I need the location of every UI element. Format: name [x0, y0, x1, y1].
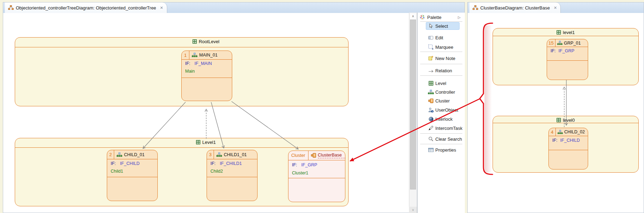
relation-arrow-icon — [428, 68, 434, 74]
container-level1-right[interactable]: level1 15 GRP_01 IF:IF_GRP — [493, 28, 639, 85]
palette-separator — [420, 52, 462, 52]
user-object-icon — [428, 107, 434, 113]
palette-separator — [420, 75, 462, 76]
close-icon[interactable]: ✕ — [160, 6, 163, 10]
scroll-up-icon[interactable]: ∧ — [410, 13, 416, 19]
node-divider — [288, 178, 345, 178]
workbench: Objectoriented_controllerTreeDiagram: Ob… — [0, 0, 644, 213]
palette-item-interlock[interactable]: Interlock — [417, 115, 465, 123]
palette-separator — [420, 64, 462, 64]
node-badge: 15 — [547, 39, 555, 47]
palette-item-cluster[interactable]: Cluster — [417, 97, 465, 105]
palette-item-intercomtask[interactable]: IntercomTask — [417, 124, 465, 132]
controller-tree-icon — [192, 53, 197, 58]
node-main-01[interactable]: 1 MAIN_01 IF:IF_MAIN Main — [181, 51, 232, 101]
vscroll-thumb[interactable] — [410, 20, 416, 189]
palette-item-clear-search[interactable]: Clear Search — [417, 135, 465, 143]
cluster-type-label: Cluster — [288, 151, 308, 160]
palette-header[interactable]: Palette — [419, 13, 441, 21]
container-level0-right[interactable]: level0 4 CHILD_02 IF:IF_CHILD — [493, 116, 639, 173]
controller-tree-icon — [117, 152, 122, 157]
cluster-icon — [311, 153, 316, 158]
palette-item-new-note[interactable]: New Note — [417, 54, 465, 62]
node-if-row: IF:IF_GRP — [551, 48, 574, 53]
tab-title: Objectoriented_controllerTreeDiagram: Ob… — [16, 5, 156, 11]
interlock-icon — [428, 116, 434, 122]
clear-search-icon — [428, 136, 434, 142]
new-note-icon — [428, 55, 434, 61]
container-header-divider — [493, 123, 638, 123]
close-icon[interactable]: ✕ — [554, 6, 557, 10]
node-divider — [107, 177, 157, 177]
node-title: MAIN_01 — [199, 53, 217, 58]
cluster-icon — [428, 98, 434, 104]
tab-controllertree-diagram[interactable]: Objectoriented_controllerTreeDiagram: Ob… — [5, 2, 167, 13]
level-grid-icon — [557, 30, 561, 35]
properties-table-icon — [428, 147, 434, 153]
tab-clusterbase-diagram[interactable]: ClusterBaseDiagram: ClusterBase ✕ — [469, 2, 561, 13]
node-instance: Child2 — [210, 169, 223, 174]
container-header-divider — [15, 147, 348, 148]
left-canvas-vscrollbar[interactable]: ∧ — [409, 13, 417, 213]
intercom-task-icon — [428, 125, 434, 131]
node-if-row: IF:IF_MAIN — [185, 61, 212, 66]
node-child1-01[interactable]: 3 CHILD1_01 IF:IF_CHILD1 Child2 — [207, 150, 258, 201]
scroll-down-icon[interactable]: ∨ — [409, 207, 417, 213]
container-label: level0 — [557, 118, 575, 123]
node-instance: Child1 — [111, 169, 123, 174]
palette-expander-icon[interactable]: ▷ — [458, 15, 461, 19]
tab-title: ClusterBaseDiagram: ClusterBase — [480, 5, 550, 11]
left-tabbar: Objectoriented_controllerTreeDiagram: Ob… — [3, 2, 464, 13]
marquee-icon — [428, 44, 434, 50]
controller-tree-icon — [216, 152, 222, 157]
edit-box-icon — [428, 35, 434, 41]
palette-item-select[interactable]: Select — [417, 22, 465, 30]
controller-tree-icon — [428, 89, 434, 95]
palette-item-userobject[interactable]: UserObject — [417, 106, 465, 114]
node-divider — [207, 177, 257, 177]
node-if-row: IF:IF_GRP — [292, 162, 317, 167]
container-rootlevel[interactable]: RootLevel 1 MAIN_01 IF:IF_MAIN Main — [15, 37, 349, 106]
node-badge: 3 — [207, 150, 214, 159]
container-label: RootLevel — [193, 39, 220, 44]
container-header-divider — [493, 36, 638, 36]
level-grid-icon — [557, 118, 561, 122]
right-tabbar: ClusterBaseDiagram: ClusterBase ✕ — [468, 2, 644, 13]
container-label: level1 — [557, 30, 575, 35]
container-label: Level1 — [196, 140, 216, 145]
node-badge: 1 — [182, 51, 189, 59]
node-divider — [182, 78, 232, 78]
controller-tree-icon — [557, 41, 562, 45]
node-title: CHILD1_01 — [224, 152, 247, 157]
node-title: GRP_01 — [564, 41, 581, 46]
node-divider — [547, 60, 588, 61]
palette-separator — [420, 21, 462, 22]
palette-item-properties[interactable]: Properties — [417, 146, 465, 154]
node-divider — [549, 150, 588, 150]
palette-item-edit[interactable]: Edit — [417, 34, 465, 41]
node-instance: Main — [185, 69, 195, 74]
node-if-row: IF:IF_CHILD1 — [210, 161, 242, 166]
node-badge: 4 — [549, 128, 556, 136]
node-instance: Cluster1 — [292, 171, 308, 175]
node-if-row: IF:IF_CHILD — [111, 161, 139, 166]
node-child-02[interactable]: 4 CHILD_02 IF:IF_CHILD — [548, 128, 588, 169]
container-level1[interactable]: Level1 2 CHILD_01 IF:IF_CHILD Child1 3 — [15, 138, 349, 206]
level-grid-icon — [428, 80, 434, 86]
node-title[interactable]: ClusterBase — [318, 153, 345, 158]
palette-item-level[interactable]: Level — [417, 79, 465, 87]
node-if-row: IF:IF_CHILD — [552, 138, 580, 143]
node-clusterbase[interactable]: Cluster ClusterBase IF:IF_GRP Cluster1 — [288, 151, 345, 202]
palette-item-relation[interactable]: Relation — [417, 67, 465, 74]
diagram-tab-icon — [8, 5, 14, 10]
node-child-01[interactable]: 2 CHILD_01 IF:IF_CHILD Child1 — [107, 150, 158, 201]
palette-separator — [420, 133, 462, 134]
level-grid-icon — [196, 140, 201, 145]
select-cursor-icon — [428, 23, 434, 29]
palette-item-marquee[interactable]: Marquee — [417, 43, 465, 51]
container-header-divider — [15, 47, 348, 47]
level-grid-icon — [193, 39, 197, 44]
palette-item-controller[interactable]: Controller — [417, 88, 465, 96]
node-grp-01[interactable]: 15 GRP_01 IF:IF_GRP — [547, 39, 588, 80]
node-title: CHILD_01 — [124, 152, 144, 157]
